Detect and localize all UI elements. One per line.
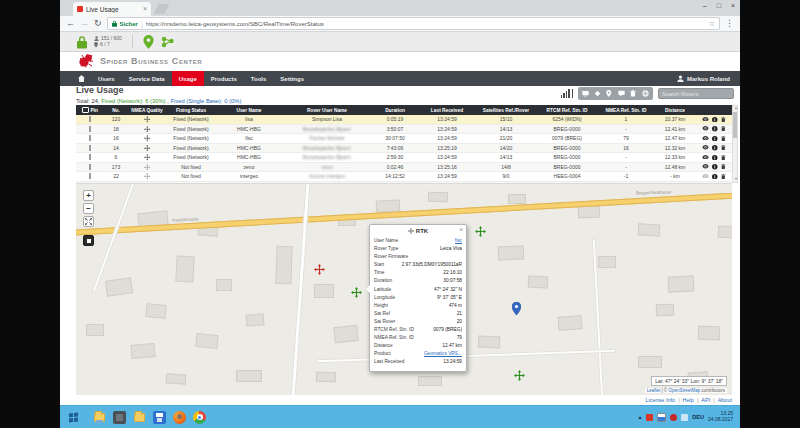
diamond-icon[interactable] xyxy=(594,90,601,97)
info-icon[interactable] xyxy=(712,155,718,161)
osm-link[interactable]: OpenStreetMap xyxy=(668,388,700,393)
nav-item-settings[interactable]: Settings xyxy=(273,71,311,86)
back-icon[interactable] xyxy=(66,19,75,28)
column-header[interactable]: RTCM Ref. Stn. ID xyxy=(536,108,598,113)
zoom-in-button[interactable] xyxy=(83,190,94,201)
view-on-map-icon[interactable] xyxy=(702,136,709,142)
fullscreen-button[interactable] xyxy=(83,216,94,227)
app-window-icon[interactable] xyxy=(113,411,126,424)
monitor-icon[interactable] xyxy=(582,90,589,97)
browser-menu-icon[interactable] xyxy=(725,19,734,28)
delete-icon[interactable] xyxy=(721,164,726,170)
delete-icon[interactable] xyxy=(721,174,726,180)
network-nodes-icon[interactable] xyxy=(160,35,175,49)
rover-marker-green-selected[interactable] xyxy=(351,284,362,295)
search-input[interactable] xyxy=(658,88,734,99)
footer-link-about[interactable]: About xyxy=(718,397,732,403)
positioning-pin-icon[interactable] xyxy=(143,35,154,49)
taskbar-clock[interactable]: 13:25 24.08.2017 xyxy=(708,411,733,423)
column-header[interactable]: Distance xyxy=(654,108,696,113)
row-checkbox[interactable] xyxy=(89,164,91,170)
save-tool-icon[interactable] xyxy=(153,411,166,424)
column-header[interactable]: Last Received xyxy=(418,108,476,113)
user-menu[interactable]: Markus Roland xyxy=(677,75,740,82)
start-button[interactable] xyxy=(60,406,86,428)
info-icon[interactable] xyxy=(712,126,718,132)
trash-icon[interactable] xyxy=(630,90,637,97)
window-maximize-icon[interactable] xyxy=(717,2,721,9)
signal-bars-icon[interactable] xyxy=(561,89,574,98)
table-row[interactable]: 14Fixed (Network)HMC-HBGBeutelspacher Bj… xyxy=(76,144,732,154)
popup-field-link[interactable]: Geomatics VRS... xyxy=(424,350,462,358)
nav-item-products[interactable]: Products xyxy=(204,71,244,86)
keyboard-language[interactable]: DEU xyxy=(692,414,704,420)
chrome-icon[interactable] xyxy=(193,411,206,424)
firefox-icon[interactable] xyxy=(173,411,186,424)
reload-icon[interactable] xyxy=(94,19,102,28)
table-row[interactable]: 6Fixed (Network)HMC-HBGBeutelspacher Bjo… xyxy=(76,153,732,163)
row-checkbox[interactable] xyxy=(89,173,91,179)
view-on-map-icon[interactable] xyxy=(702,164,709,170)
rover-marker-green[interactable] xyxy=(514,367,525,378)
home-icon[interactable] xyxy=(72,71,91,86)
delete-icon[interactable] xyxy=(721,136,726,142)
table-row[interactable]: 18Fixed (Network)HMC-HBGBeutelspacher Bj… xyxy=(76,125,732,135)
folder-icon[interactable] xyxy=(133,411,146,424)
info-icon[interactable] xyxy=(712,136,718,142)
view-on-map-icon[interactable] xyxy=(702,126,709,132)
info-icon[interactable] xyxy=(712,174,718,180)
column-header[interactable]: NMEA Quality xyxy=(128,108,166,113)
leaflet-link[interactable]: Leaflet xyxy=(647,388,661,393)
table-row[interactable]: 16Fixed (Network)fiscFischer Michele30:0… xyxy=(76,134,732,144)
row-checkbox[interactable] xyxy=(89,145,91,151)
layers-button[interactable] xyxy=(83,235,94,246)
footer-link-api[interactable]: API xyxy=(701,397,710,403)
table-row[interactable]: 173Not fixedzenozeno0:02:4613:25:1614/8B… xyxy=(76,163,732,173)
tab-close-icon[interactable] xyxy=(143,6,147,12)
column-header[interactable]: NMEA Ref. Stn. ID xyxy=(598,108,654,113)
column-header[interactable]: No. xyxy=(104,108,128,113)
delete-icon[interactable] xyxy=(721,126,726,132)
nav-item-service-data[interactable]: Service Data xyxy=(122,71,172,86)
row-checkbox[interactable] xyxy=(89,116,91,122)
scrollbar-thumb[interactable] xyxy=(733,112,737,138)
table-scrollbar[interactable] xyxy=(732,105,738,183)
tray-shield-icon[interactable] xyxy=(670,414,677,421)
row-checkbox[interactable] xyxy=(89,154,91,160)
column-header[interactable]: User Name xyxy=(216,108,282,113)
rover-marker-green[interactable] xyxy=(475,223,486,234)
map-pin-icon[interactable] xyxy=(606,90,613,97)
popup-field-link[interactable]: fisc xyxy=(455,237,462,245)
delete-icon[interactable] xyxy=(721,117,726,123)
delete-icon[interactable] xyxy=(721,155,726,161)
reference-station-pin[interactable] xyxy=(512,301,521,314)
table-row[interactable]: 22Not fixedintergeoAccess Intergeo14:12:… xyxy=(76,172,732,182)
footer-link-help[interactable]: Help xyxy=(683,397,694,403)
message-icon[interactable] xyxy=(618,90,625,97)
column-header[interactable]: Pin xyxy=(76,107,104,114)
view-on-map-icon[interactable] xyxy=(702,174,709,180)
address-bar[interactable]: Sicher | https://nrsdemo.leica-geosystem… xyxy=(107,17,720,30)
row-checkbox[interactable] xyxy=(89,126,91,132)
view-on-map-icon[interactable] xyxy=(702,155,709,161)
info-icon[interactable] xyxy=(712,164,718,170)
column-header[interactable]: Duration xyxy=(372,108,418,113)
browser-tab[interactable]: Live Usage xyxy=(73,2,151,16)
column-header[interactable]: Rover User Name xyxy=(282,108,372,113)
select-all-checkbox[interactable] xyxy=(82,107,89,114)
nav-item-users[interactable]: Users xyxy=(91,71,122,86)
bookmark-star-icon[interactable] xyxy=(709,20,715,28)
delete-icon[interactable] xyxy=(721,145,726,151)
forward-icon[interactable] xyxy=(80,19,89,28)
footer-link-license-info[interactable]: License Info xyxy=(645,397,675,403)
window-close-icon[interactable] xyxy=(731,2,735,9)
rover-marker-red[interactable] xyxy=(314,261,325,272)
new-tab-button[interactable] xyxy=(154,4,170,14)
globe-icon[interactable] xyxy=(642,90,649,97)
tray-flag-icon[interactable] xyxy=(657,413,666,422)
tray-app-red-icon[interactable] xyxy=(646,414,653,421)
table-row[interactable]: 120Fixed (Network)lisaSimpson Lisa0:05:1… xyxy=(76,115,732,125)
scroll-down-icon[interactable] xyxy=(733,177,739,182)
column-header[interactable]: Fixing Status xyxy=(166,108,216,113)
scroll-up-icon[interactable] xyxy=(733,106,739,111)
